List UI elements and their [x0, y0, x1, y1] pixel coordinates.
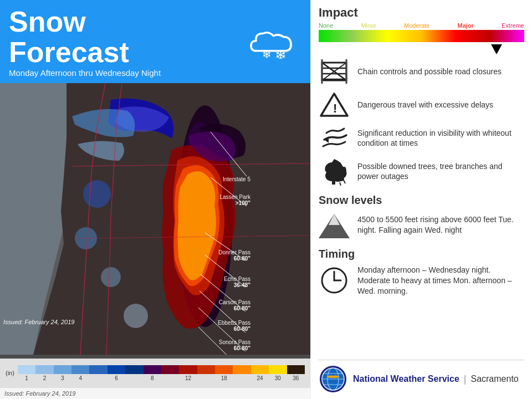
- timing-title: Timing: [319, 248, 524, 260]
- impact-item-visibility: Significant reduction in visibility with…: [319, 124, 524, 152]
- clock-icon: [319, 267, 350, 294]
- map-issued-text: Issued: February 24, 2019: [3, 319, 74, 325]
- impact-arrow-wrapper: [319, 30, 524, 42]
- impact-text-tree: Possible downed trees, tree branches and…: [357, 161, 524, 181]
- map-label-carson: Carson Pass60-80": [219, 299, 250, 311]
- label-moderate: Moderate: [404, 22, 429, 29]
- svg-point-8: [124, 304, 148, 328]
- warning-icon: !: [319, 91, 350, 119]
- map-label-lassen: Lassen Park>100": [219, 194, 250, 206]
- snow-level-text: 4500 to 5500 feet rising above 6000 feet…: [357, 214, 524, 236]
- tree-icon: [319, 157, 350, 185]
- cloud-icon: ❄ ❄: [246, 25, 296, 59]
- impact-gradient: [319, 30, 524, 42]
- impact-bar-container: None Minor Moderate Major Extreme: [319, 22, 524, 42]
- label-extreme: Extreme: [502, 22, 524, 29]
- map-label-echo: Echo Pass36-48": [224, 276, 250, 288]
- label-minor: Minor: [361, 22, 376, 29]
- legend-unit-label: (in): [6, 370, 14, 376]
- impact-text-visibility: Significant reduction in visibility with…: [357, 128, 524, 148]
- svg-point-7: [101, 267, 121, 287]
- impact-labels: None Minor Moderate Major Extreme: [319, 22, 524, 29]
- header: Snow Forecast Monday Afternoon thru Wedn…: [0, 0, 310, 83]
- header-text: Snow Forecast Monday Afternoon thru Wedn…: [9, 7, 161, 78]
- nws-footer: National Weather Service | Sacramento: [319, 360, 524, 393]
- impact-section: Impact None Minor Moderate Major Extreme: [319, 6, 524, 191]
- impact-text-warning: Dangerous travel with excessive delays: [357, 100, 493, 110]
- svg-text:!: !: [333, 101, 337, 115]
- nws-divider: |: [464, 374, 467, 385]
- nws-location: Sacramento: [470, 374, 518, 384]
- chain-icon: [319, 58, 350, 85]
- snow-levels-item: 4500 to 5500 feet rising above 6000 feet…: [319, 211, 524, 239]
- impact-items: Chain controls and possible road closure…: [319, 58, 524, 185]
- forecast-map: [0, 83, 310, 355]
- right-panel: Impact None Minor Moderate Major Extreme: [310, 0, 532, 399]
- svg-marker-32: [329, 214, 340, 225]
- visibility-icon: [319, 124, 350, 152]
- svg-text:❄: ❄: [275, 47, 287, 59]
- timing-text: Monday afternoon – Wednesday night. Mode…: [357, 265, 524, 296]
- label-none: None: [319, 22, 333, 29]
- label-major: Major: [458, 22, 474, 29]
- impact-item-tree: Possible downed trees, tree branches and…: [319, 157, 524, 185]
- timing-section: Timing Monday afternoon – Wednesday nigh…: [319, 244, 524, 303]
- impact-item-chain: Chain controls and possible road closure…: [319, 58, 524, 85]
- impact-text-chain: Chain controls and possible road closure…: [357, 66, 502, 76]
- map-label-i5: Interstate 5: [223, 176, 250, 182]
- legend-bar: (in) 1 2: [0, 359, 310, 387]
- svg-line-29: [343, 179, 345, 183]
- nws-branding: National Weather Service | Sacramento: [353, 374, 519, 385]
- svg-point-5: [83, 180, 111, 208]
- left-panel: Snow Forecast Monday Afternoon thru Wedn…: [0, 0, 310, 399]
- title: Snow Forecast: [9, 7, 161, 67]
- impact-title: Impact: [319, 6, 524, 20]
- impact-item-warning: ! Dangerous travel with excessive delays: [319, 91, 524, 119]
- svg-text:❄: ❄: [262, 48, 272, 59]
- nws-name: National Weather Service: [353, 374, 459, 384]
- nws-logo-icon: [319, 365, 347, 393]
- map-container: Interstate 5 Lassen Park>100" Donner Pas…: [0, 83, 310, 359]
- impact-arrow: [491, 44, 502, 54]
- svg-line-30: [340, 182, 341, 186]
- map-label-donner: Donner Pass60-80": [218, 249, 250, 262]
- snow-levels-title: Snow levels: [319, 194, 524, 207]
- snow-levels-section: Snow levels 4500 to 5500 feet rising abo…: [319, 191, 524, 244]
- bottom-issued: Issued: February 24, 2019: [0, 387, 310, 399]
- subtitle: Monday Afternoon thru Wednesday Night: [9, 68, 161, 78]
- svg-marker-28: [324, 136, 329, 143]
- snow-icon-group: ❄ ❄: [246, 25, 296, 59]
- mountain-icon: [319, 211, 350, 239]
- timing-item: Monday afternoon – Wednesday night. Mode…: [319, 265, 524, 296]
- map-label-sonora: Sonora Pass60-80": [219, 339, 250, 351]
- map-label-ebbetts: Ebbetts Pass60-80": [218, 320, 250, 332]
